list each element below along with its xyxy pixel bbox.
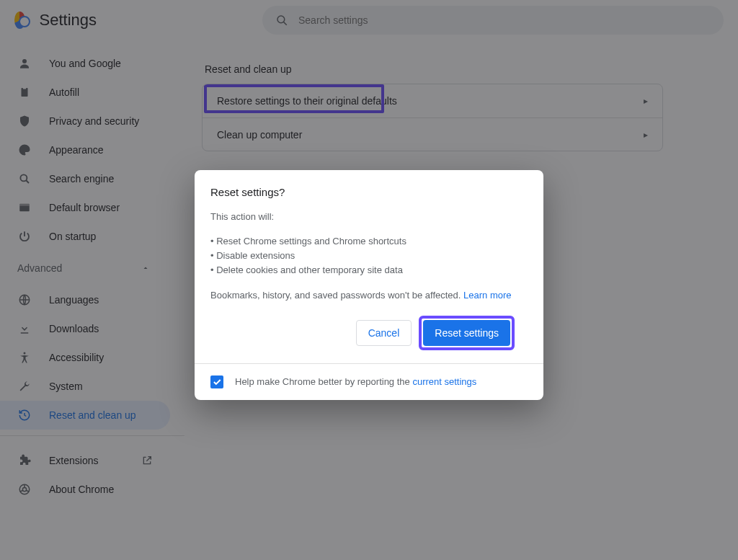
modal-overlay: Reset settings? This action will: Reset … (0, 0, 738, 560)
reset-settings-dialog: Reset settings? This action will: Reset … (195, 170, 543, 400)
dialog-note: Bookmarks, history, and saved passwords … (210, 290, 463, 301)
cancel-button[interactable]: Cancel (356, 320, 412, 346)
dialog-description: This action will: Reset Chrome settings … (210, 210, 528, 303)
dialog-title: Reset settings? (210, 186, 528, 198)
reset-settings-button[interactable]: Reset settings (423, 320, 510, 346)
dialog-intro: This action will: (210, 210, 528, 224)
report-settings-checkbox[interactable] (210, 375, 223, 388)
annotation-highlight: Reset settings (419, 316, 515, 350)
current-settings-link[interactable]: current settings (412, 376, 476, 387)
dialog-bullet: Disable extensions (210, 249, 528, 263)
learn-more-link[interactable]: Learn more (463, 290, 511, 301)
dialog-bullet: Reset Chrome settings and Chrome shortcu… (210, 234, 528, 249)
dialog-bullet: Delete cookies and other temporary site … (210, 263, 528, 277)
footer-text: Help make Chrome better by reporting the (235, 376, 412, 387)
